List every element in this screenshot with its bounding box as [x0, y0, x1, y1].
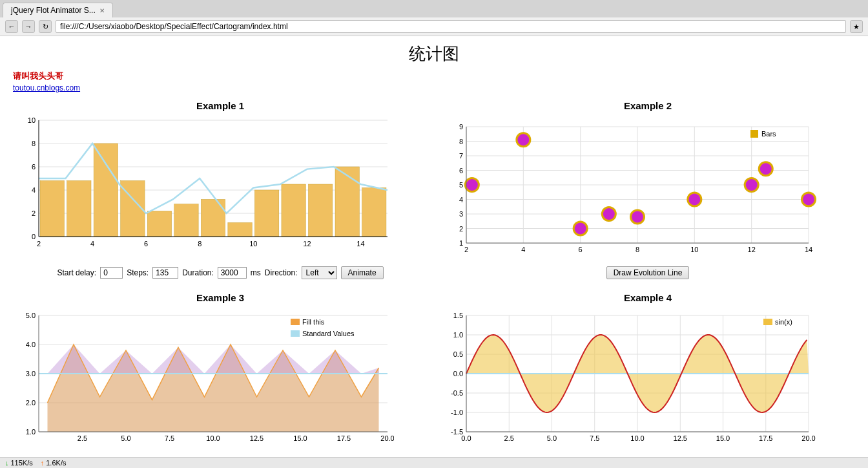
- animate-button[interactable]: Animate: [341, 266, 384, 279]
- download-arrow-icon: ↓: [5, 459, 9, 461]
- browser-chrome: jQuery Flot Animator S... ✕ ← → ↻ ★: [0, 0, 868, 36]
- steps-label: Steps:: [127, 268, 149, 277]
- example3-title: Example 3: [196, 292, 244, 303]
- site-url[interactable]: toutou.cnblogs.com: [13, 83, 855, 92]
- example1-title: Example 1: [196, 100, 244, 111]
- example2-section: Example 2 Draw Evolution Line: [440, 100, 855, 279]
- download-speed: 115K/s: [11, 459, 33, 461]
- example4-title: Example 4: [624, 292, 672, 303]
- address-bar: ← → ↻ ★: [0, 17, 868, 36]
- tab-bar: jQuery Flot Animator S... ✕: [0, 0, 868, 17]
- example2-chart: [440, 114, 855, 262]
- upload-status: ↑ 1.6K/s: [41, 459, 67, 461]
- example2-title: Example 2: [624, 100, 672, 111]
- example3-canvas: [13, 306, 394, 454]
- upload-speed: 1.6K/s: [46, 459, 66, 461]
- ms-label: ms: [251, 268, 261, 277]
- start-delay-input[interactable]: [100, 267, 123, 279]
- duration-label: Duration:: [182, 268, 214, 277]
- direction-select[interactable]: Left Right: [302, 266, 337, 279]
- bookmark-button[interactable]: ★: [850, 20, 863, 33]
- back-button[interactable]: ←: [5, 20, 18, 33]
- example4-canvas: [440, 306, 822, 454]
- example3-section: Example 3: [13, 292, 428, 454]
- direction-label: Direction:: [265, 268, 298, 277]
- example4-section: Example 4: [440, 292, 855, 454]
- tab-label: jQuery Flot Animator S...: [11, 6, 96, 15]
- charts-grid: Example 1 Start delay: Steps: Duration: …: [13, 100, 855, 454]
- url-input[interactable]: [56, 20, 846, 33]
- steps-input[interactable]: [152, 267, 178, 279]
- example1-chart: [13, 114, 428, 262]
- example1-canvas: [13, 114, 394, 262]
- site-name: 请叫我头头哥: [13, 70, 855, 82]
- upload-arrow-icon: ↑: [41, 459, 45, 461]
- example4-chart: [440, 306, 855, 454]
- draw-evolution-button[interactable]: Draw Evolution Line: [606, 266, 690, 279]
- refresh-button[interactable]: ↻: [39, 20, 52, 33]
- duration-input[interactable]: [218, 267, 247, 279]
- example1-controls: Start delay: Steps: Duration: ms Directi…: [57, 266, 383, 279]
- forward-button[interactable]: →: [22, 20, 35, 33]
- download-status: ↓ 115K/s: [5, 459, 33, 461]
- status-bar: ↓ 115K/s ↑ 1.6K/s: [0, 457, 868, 461]
- browser-tab[interactable]: jQuery Flot Animator S... ✕: [3, 3, 113, 17]
- example3-chart: [13, 306, 428, 454]
- example2-canvas: [440, 114, 822, 262]
- start-delay-label: Start delay:: [57, 268, 96, 277]
- example1-section: Example 1 Start delay: Steps: Duration: …: [13, 100, 428, 279]
- tab-close-icon[interactable]: ✕: [99, 7, 105, 14]
- page-title: 统计图: [13, 43, 855, 65]
- page-content: 统计图 请叫我头头哥 toutou.cnblogs.com Example 1 …: [0, 36, 868, 461]
